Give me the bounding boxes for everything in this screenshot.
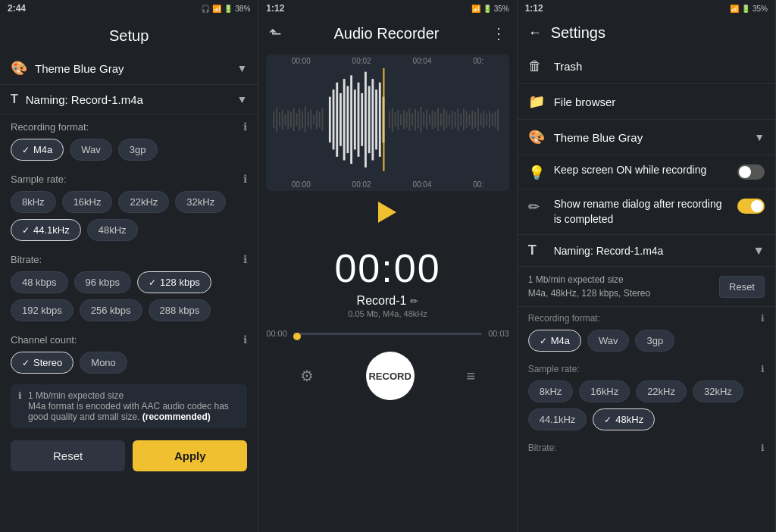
naming-settings-row[interactable]: T Naming: Record-1.m4a ▼	[518, 235, 775, 267]
svg-rect-39	[403, 111, 405, 129]
settings-chip-8khz[interactable]: 8kHz	[528, 380, 574, 402]
settings-chip-3gp[interactable]: 3gp	[635, 330, 674, 352]
theme-settings-arrow: ▼	[754, 131, 765, 143]
svg-rect-24	[351, 75, 353, 164]
progress-end: 00:03	[488, 329, 509, 338]
settings-chip-wav[interactable]: Wav	[587, 330, 630, 352]
progress-bar-area: 00:00 00:03	[258, 326, 516, 341]
recording-name-row: Record-1 ✏	[258, 294, 516, 308]
settings-icon[interactable]: ⚙	[300, 367, 314, 385]
trash-item[interactable]: 🗑 Trash	[518, 49, 775, 84]
status-icons-3: 📶 🔋 35%	[730, 5, 768, 13]
svg-rect-6	[290, 111, 292, 127]
apply-button[interactable]: Apply	[133, 440, 247, 471]
channel-info-icon[interactable]: ℹ	[243, 333, 247, 346]
status-bar-1: 2:44 🎧 📶 🔋 38%	[0, 0, 258, 17]
chip-m4a[interactable]: M4a	[11, 139, 64, 161]
chip-8khz[interactable]: 8kHz	[11, 191, 56, 213]
settings-chip-22khz[interactable]: 22kHz	[636, 380, 687, 402]
chip-192kbps[interactable]: 192 kbps	[11, 299, 74, 321]
reset-small-button[interactable]: Reset	[719, 276, 765, 298]
svg-rect-59	[461, 113, 462, 126]
file-browser-item[interactable]: 📁 File browser	[518, 84, 775, 120]
bitrate-section-label: Bitrate: ℹ	[0, 247, 258, 268]
recording-format-info-icon[interactable]: ℹ	[761, 313, 765, 324]
bitrate-settings-header: Bitrate: ℹ	[518, 437, 775, 456]
settings-chip-48khz[interactable]: 48kHz	[593, 408, 655, 430]
svg-rect-20	[336, 83, 339, 157]
progress-track[interactable]	[293, 333, 482, 335]
svg-rect-22	[343, 79, 346, 160]
chip-mono[interactable]: Mono	[80, 352, 127, 374]
svg-rect-41	[409, 108, 411, 131]
bottom-buttons: Reset Apply	[0, 433, 258, 482]
chip-128kbps[interactable]: 128 kbps	[137, 271, 211, 293]
svg-rect-35	[392, 108, 393, 132]
edit-name-icon[interactable]: ✏	[410, 296, 418, 307]
settings-chip-32khz[interactable]: 32kHz	[693, 380, 743, 402]
svg-rect-53	[443, 109, 445, 130]
recording-info: 0.05 Mb, M4a, 48kHz	[258, 308, 516, 326]
palette-settings-icon: 🎨	[528, 129, 545, 146]
svg-rect-45	[421, 107, 422, 133]
size-info-text: 1 Mb/min expected size M4a, 48kHz, 128 k…	[528, 273, 650, 300]
settings-format-chips: M4a Wav 3gp	[518, 327, 775, 358]
recorder-back-icon[interactable]: ⬑	[269, 24, 282, 42]
recording-name-text: Record-1	[357, 294, 407, 308]
bulb-icon: 💡	[528, 163, 545, 181]
list-icon[interactable]: ≡	[467, 368, 476, 385]
svg-rect-69	[489, 111, 490, 129]
naming-settings-arrow: ▼	[753, 244, 765, 258]
svg-rect-12	[308, 112, 309, 127]
naming-row[interactable]: T Naming: Record-1.m4a ▼	[0, 85, 258, 114]
svg-rect-38	[400, 114, 402, 125]
chip-256kbps[interactable]: 256 kbps	[80, 299, 142, 321]
svg-rect-62	[469, 114, 471, 125]
rename-dialog-toggle[interactable]	[737, 199, 765, 214]
play-icon[interactable]	[378, 202, 396, 223]
bitrate-info-icon[interactable]: ℹ	[243, 253, 247, 265]
keep-screen-label: Keep screen ON while recording	[554, 163, 728, 178]
svg-rect-16	[319, 111, 321, 127]
setup-title: Setup	[0, 17, 258, 52]
settings-chip-m4a[interactable]: M4a	[528, 330, 581, 352]
sample-rate-info-icon[interactable]: ℹ	[243, 173, 247, 185]
sample-rate-chip-group: 8kHz 16kHz 22kHz 32kHz 44.1kHz 48kHz	[0, 188, 258, 247]
status-icons-2: 📶 🔋 35%	[471, 5, 509, 13]
chip-48kbps[interactable]: 48 kbps	[11, 271, 68, 293]
svg-rect-32	[379, 83, 381, 157]
theme-row[interactable]: 🎨 Theme Blue Gray ▼	[0, 52, 258, 85]
chip-48khz[interactable]: 48kHz	[87, 219, 138, 241]
chip-22khz[interactable]: 22kHz	[118, 191, 169, 213]
chip-32khz[interactable]: 32kHz	[175, 191, 226, 213]
svg-rect-37	[398, 110, 399, 130]
record-button[interactable]: RECORD	[366, 352, 415, 400]
timeline-top: 00:00 00:02 00:04 00:	[266, 55, 508, 67]
chip-96kbps[interactable]: 96 kbps	[74, 271, 132, 293]
chip-16khz[interactable]: 16kHz	[62, 191, 113, 213]
chip-3gp[interactable]: 3gp	[118, 139, 158, 161]
svg-rect-43	[415, 109, 416, 130]
trash-label: Trash	[554, 60, 765, 73]
format-info-icon[interactable]: ℹ	[243, 120, 247, 133]
keep-screen-toggle[interactable]	[737, 164, 765, 180]
chip-stereo[interactable]: Stereo	[11, 352, 74, 374]
bitrate-settings-info-icon[interactable]: ℹ	[761, 443, 765, 453]
settings-chip-16khz[interactable]: 16kHz	[579, 380, 630, 402]
theme-settings-item[interactable]: 🎨 Theme Blue Gray ▼	[518, 120, 775, 155]
recorder-menu-icon[interactable]: ⋮	[491, 24, 506, 42]
settings-chip-441khz[interactable]: 44.1kHz	[528, 408, 587, 430]
rename-dialog-row: ✏ Show rename dialog after recording is …	[518, 189, 775, 235]
reset-button[interactable]: Reset	[11, 440, 125, 471]
channel-chip-group: Stereo Mono	[0, 349, 258, 380]
svg-rect-28	[365, 72, 367, 167]
chip-wav[interactable]: Wav	[70, 139, 112, 161]
chip-441khz[interactable]: 44.1kHz	[11, 219, 81, 241]
recorder-content: ⬑ Audio Recorder ⋮ 00:00 00:02 00:04 00:	[258, 17, 516, 532]
timeline-bottom: 00:00 00:02 00:04 00:	[266, 178, 508, 191]
svg-rect-61	[466, 111, 468, 129]
sample-rate-settings-info-icon[interactable]: ℹ	[761, 364, 765, 374]
back-icon[interactable]: ←	[528, 25, 542, 41]
svg-rect-0	[274, 111, 275, 129]
chip-288kbps[interactable]: 288 kbps	[149, 299, 211, 321]
